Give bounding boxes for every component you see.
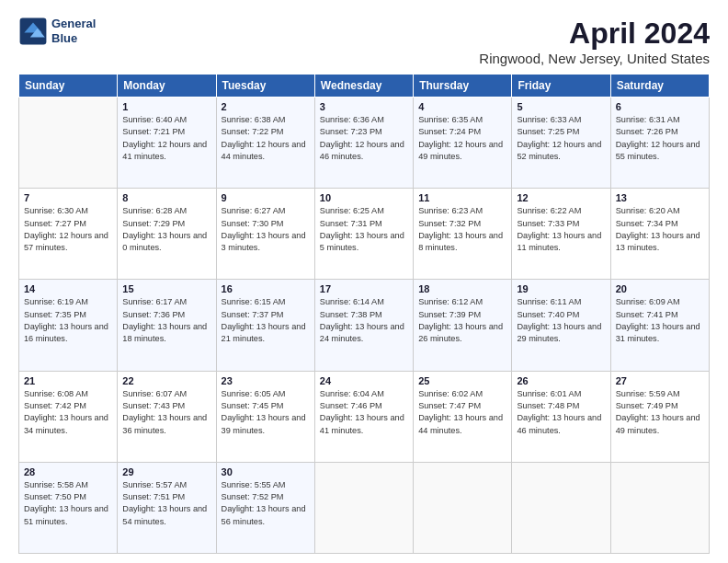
day-cell: 7Sunrise: 6:30 AMSunset: 7:27 PMDaylight… <box>19 189 118 280</box>
day-info: Sunrise: 6:23 AMSunset: 7:32 PMDaylight:… <box>418 205 506 254</box>
day-cell: 28Sunrise: 5:58 AMSunset: 7:50 PMDayligh… <box>19 462 118 553</box>
week-row-4: 21Sunrise: 6:08 AMSunset: 7:42 PMDayligh… <box>19 371 710 462</box>
logo-line2: Blue <box>51 31 96 46</box>
title-block: April 2024 Ringwood, New Jersey, United … <box>479 17 710 66</box>
day-cell <box>512 462 610 553</box>
logo-icon <box>18 17 48 46</box>
day-info: Sunrise: 6:01 AMSunset: 7:48 PMDaylight:… <box>517 388 605 437</box>
calendar: SundayMondayTuesdayWednesdayThursdayFrid… <box>18 74 710 554</box>
day-info: Sunrise: 6:11 AMSunset: 7:40 PMDaylight:… <box>517 296 605 345</box>
day-cell: 21Sunrise: 6:08 AMSunset: 7:42 PMDayligh… <box>19 371 118 462</box>
header-row: SundayMondayTuesdayWednesdayThursdayFrid… <box>19 75 710 98</box>
day-cell: 2Sunrise: 6:38 AMSunset: 7:22 PMDaylight… <box>216 98 314 189</box>
column-header-thursday: Thursday <box>414 75 512 98</box>
header: General Blue April 2024 Ringwood, New Je… <box>18 17 710 66</box>
day-number: 11 <box>418 192 506 203</box>
day-cell: 11Sunrise: 6:23 AMSunset: 7:32 PMDayligh… <box>414 189 512 280</box>
day-number: 5 <box>517 101 605 112</box>
day-number: 10 <box>320 192 408 203</box>
day-info: Sunrise: 6:36 AMSunset: 7:23 PMDaylight:… <box>320 114 408 163</box>
day-info: Sunrise: 6:05 AMSunset: 7:45 PMDaylight:… <box>222 388 310 437</box>
day-info: Sunrise: 5:55 AMSunset: 7:52 PMDaylight:… <box>222 479 310 528</box>
day-number: 2 <box>222 101 310 112</box>
day-cell: 16Sunrise: 6:15 AMSunset: 7:37 PMDayligh… <box>216 280 314 371</box>
day-info: Sunrise: 6:28 AMSunset: 7:29 PMDaylight:… <box>122 205 210 254</box>
day-number: 3 <box>320 101 408 112</box>
day-info: Sunrise: 6:31 AMSunset: 7:26 PMDaylight:… <box>616 114 704 163</box>
logo: General Blue <box>18 17 96 46</box>
day-info: Sunrise: 6:02 AMSunset: 7:47 PMDaylight:… <box>418 388 506 437</box>
day-info: Sunrise: 6:15 AMSunset: 7:37 PMDaylight:… <box>222 296 310 345</box>
day-info: Sunrise: 6:07 AMSunset: 7:43 PMDaylight:… <box>122 388 210 437</box>
day-number: 12 <box>517 192 605 203</box>
day-number: 13 <box>616 192 704 203</box>
day-cell: 20Sunrise: 6:09 AMSunset: 7:41 PMDayligh… <box>610 280 709 371</box>
day-cell <box>19 98 118 189</box>
week-row-5: 28Sunrise: 5:58 AMSunset: 7:50 PMDayligh… <box>19 462 710 553</box>
day-info: Sunrise: 6:33 AMSunset: 7:25 PMDaylight:… <box>517 114 605 163</box>
day-info: Sunrise: 6:08 AMSunset: 7:42 PMDaylight:… <box>24 388 112 437</box>
day-cell: 6Sunrise: 6:31 AMSunset: 7:26 PMDaylight… <box>610 98 709 189</box>
day-number: 1 <box>122 101 210 112</box>
day-number: 18 <box>418 283 506 294</box>
day-cell: 13Sunrise: 6:20 AMSunset: 7:34 PMDayligh… <box>610 189 709 280</box>
day-number: 30 <box>222 466 310 477</box>
day-cell: 3Sunrise: 6:36 AMSunset: 7:23 PMDaylight… <box>314 98 413 189</box>
day-number: 26 <box>517 375 605 386</box>
day-number: 23 <box>222 375 310 386</box>
day-number: 20 <box>616 283 704 294</box>
day-cell: 25Sunrise: 6:02 AMSunset: 7:47 PMDayligh… <box>414 371 512 462</box>
day-info: Sunrise: 6:38 AMSunset: 7:22 PMDaylight:… <box>222 114 310 163</box>
day-cell: 8Sunrise: 6:28 AMSunset: 7:29 PMDaylight… <box>118 189 216 280</box>
logo-text: General Blue <box>51 17 96 45</box>
day-number: 22 <box>122 375 210 386</box>
day-info: Sunrise: 6:12 AMSunset: 7:39 PMDaylight:… <box>418 296 506 345</box>
day-cell <box>610 462 709 553</box>
column-header-friday: Friday <box>512 75 610 98</box>
day-info: Sunrise: 6:04 AMSunset: 7:46 PMDaylight:… <box>320 388 408 437</box>
day-number: 4 <box>418 101 506 112</box>
day-number: 19 <box>517 283 605 294</box>
column-header-wednesday: Wednesday <box>314 75 413 98</box>
day-cell: 9Sunrise: 6:27 AMSunset: 7:30 PMDaylight… <box>216 189 314 280</box>
day-number: 24 <box>320 375 408 386</box>
column-header-tuesday: Tuesday <box>216 75 314 98</box>
day-cell: 22Sunrise: 6:07 AMSunset: 7:43 PMDayligh… <box>118 371 216 462</box>
day-number: 15 <box>122 283 210 294</box>
day-cell: 23Sunrise: 6:05 AMSunset: 7:45 PMDayligh… <box>216 371 314 462</box>
day-cell: 10Sunrise: 6:25 AMSunset: 7:31 PMDayligh… <box>314 189 413 280</box>
day-cell <box>414 462 512 553</box>
day-cell: 14Sunrise: 6:19 AMSunset: 7:35 PMDayligh… <box>19 280 118 371</box>
day-cell: 26Sunrise: 6:01 AMSunset: 7:48 PMDayligh… <box>512 371 610 462</box>
day-cell: 5Sunrise: 6:33 AMSunset: 7:25 PMDaylight… <box>512 98 610 189</box>
day-info: Sunrise: 6:25 AMSunset: 7:31 PMDaylight:… <box>320 205 408 254</box>
day-info: Sunrise: 6:19 AMSunset: 7:35 PMDaylight:… <box>24 296 112 345</box>
day-number: 9 <box>222 192 310 203</box>
page: General Blue April 2024 Ringwood, New Je… <box>0 0 728 563</box>
day-cell: 30Sunrise: 5:55 AMSunset: 7:52 PMDayligh… <box>216 462 314 553</box>
calendar-header: SundayMondayTuesdayWednesdayThursdayFrid… <box>19 75 710 98</box>
day-number: 27 <box>616 375 704 386</box>
week-row-2: 7Sunrise: 6:30 AMSunset: 7:27 PMDaylight… <box>19 189 710 280</box>
day-number: 8 <box>122 192 210 203</box>
day-number: 7 <box>24 192 112 203</box>
day-info: Sunrise: 6:22 AMSunset: 7:33 PMDaylight:… <box>517 205 605 254</box>
day-cell <box>314 462 413 553</box>
day-number: 28 <box>24 466 112 477</box>
day-info: Sunrise: 5:58 AMSunset: 7:50 PMDaylight:… <box>24 479 112 528</box>
day-cell: 12Sunrise: 6:22 AMSunset: 7:33 PMDayligh… <box>512 189 610 280</box>
calendar-body: 1Sunrise: 6:40 AMSunset: 7:21 PMDaylight… <box>19 98 710 554</box>
day-number: 6 <box>616 101 704 112</box>
day-info: Sunrise: 6:14 AMSunset: 7:38 PMDaylight:… <box>320 296 408 345</box>
day-info: Sunrise: 6:27 AMSunset: 7:30 PMDaylight:… <box>222 205 310 254</box>
day-number: 17 <box>320 283 408 294</box>
week-row-1: 1Sunrise: 6:40 AMSunset: 7:21 PMDaylight… <box>19 98 710 189</box>
day-info: Sunrise: 6:35 AMSunset: 7:24 PMDaylight:… <box>418 114 506 163</box>
logo-line1: General <box>51 17 96 31</box>
day-number: 14 <box>24 283 112 294</box>
day-info: Sunrise: 5:59 AMSunset: 7:49 PMDaylight:… <box>616 388 704 437</box>
day-cell: 17Sunrise: 6:14 AMSunset: 7:38 PMDayligh… <box>314 280 413 371</box>
day-cell: 4Sunrise: 6:35 AMSunset: 7:24 PMDaylight… <box>414 98 512 189</box>
day-info: Sunrise: 6:40 AMSunset: 7:21 PMDaylight:… <box>122 114 210 163</box>
day-cell: 27Sunrise: 5:59 AMSunset: 7:49 PMDayligh… <box>610 371 709 462</box>
